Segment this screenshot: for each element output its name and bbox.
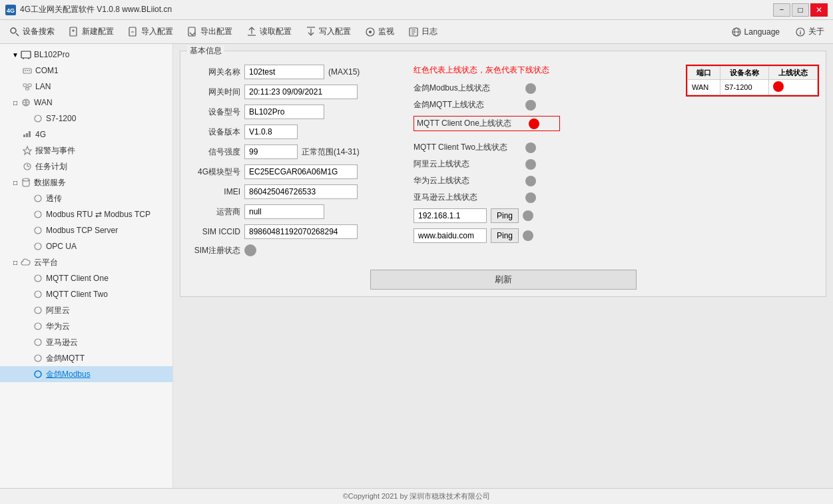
sidebar-item-huawei[interactable]: 华为云 (0, 318, 172, 334)
aliyun-status-label: 阿里云上线状态 (414, 158, 520, 170)
device-version-input[interactable] (244, 125, 298, 139)
sidebar-item-com1[interactable]: COM1 (0, 63, 172, 79)
ping2-button[interactable]: Ping (491, 228, 519, 243)
refresh-button[interactable]: 刷新 (370, 270, 637, 290)
sidebar-item-alarm[interactable]: 报警与事件 (0, 142, 172, 158)
expand-icon-root: ▼ (11, 50, 20, 59)
amazon-icon (32, 336, 44, 348)
titlebar: 4G 4G工业网关配置软件 V1.0.8 www.BLiiot.cn － □ ✕ (0, 0, 833, 20)
device-type-input[interactable] (244, 105, 324, 119)
svg-rect-34 (26, 88, 29, 90)
module-row: 4G模块型号 (187, 164, 400, 179)
opc-ua-icon (32, 240, 44, 252)
gateway-name-max: (MAX15) (328, 67, 360, 77)
sim-iccid-row: SIM ICCID (187, 224, 400, 239)
log-icon (408, 26, 419, 38)
sidebar-item-mqtt-one[interactable]: MQTT Client One (0, 270, 172, 286)
ping1-button[interactable]: Ping (491, 208, 519, 223)
status-hint: 红色代表上线状态，灰色代表下线状态 (414, 65, 673, 76)
status-mqtt-two: MQTT Client Two上线状态 (414, 142, 673, 153)
svg-point-45 (35, 195, 41, 202)
close-button[interactable]: ✕ (810, 3, 828, 17)
sidebar-item-amazon[interactable]: 亚马逊云 (0, 334, 172, 350)
s7-icon (32, 113, 44, 125)
log-button[interactable]: 日志 (402, 23, 443, 41)
sim-iccid-input[interactable] (244, 224, 358, 239)
gateway-name-label: 网关名称 (187, 67, 240, 78)
gateway-time-input[interactable] (244, 85, 358, 99)
svg-point-31 (29, 70, 30, 71)
search-button[interactable]: 设备搜索 (3, 23, 61, 41)
toolbar: 设备搜索 新建配置 导入配置 导出配置 读取配置 写入配置 监视 (0, 20, 833, 44)
sidebar-modbus-rtu-label: Modbus RTU ⇄ Modbus TCP (44, 210, 150, 219)
module-input[interactable] (244, 164, 358, 179)
minimize-button[interactable]: － (773, 3, 790, 17)
sidebar-item-opc-ua[interactable]: OPC UA (0, 238, 172, 254)
operator-input[interactable] (244, 204, 324, 219)
ping1-input[interactable] (414, 208, 487, 223)
app-icon: 4G (5, 5, 16, 15)
sidebar-item-s7-1200[interactable]: S7-1200 (0, 111, 172, 126)
sidebar-item-jinge-modbus[interactable]: 金鸽Modbus (0, 366, 172, 382)
imei-input[interactable] (244, 184, 358, 199)
data-icon (20, 176, 32, 188)
svg-point-29 (25, 70, 26, 71)
sidebar-item-data-service[interactable]: □ 数据服务 (0, 174, 172, 190)
sidebar-item-4g[interactable]: 4G (0, 126, 172, 142)
device-icon (20, 49, 32, 61)
ping2-input[interactable] (414, 228, 487, 243)
signal-row: 信号强度 正常范围(14-31) (187, 144, 400, 159)
operator-row: 运营商 (187, 204, 400, 219)
sidebar-item-jinge-mqtt[interactable]: 金鸽MQTT (0, 350, 172, 366)
sidebar-item-wan[interactable]: □ WAN (0, 95, 172, 111)
device-type-label: 设备型号 (187, 107, 240, 118)
amazon-status-label: 亚马逊云上线状态 (414, 192, 520, 203)
sidebar-item-task[interactable]: 任务计划 (0, 158, 172, 174)
sidebar-item-modbus-rtu[interactable]: Modbus RTU ⇄ Modbus TCP (0, 206, 172, 222)
monitor-icon (364, 26, 376, 38)
monitor-button[interactable]: 监视 (358, 23, 400, 41)
maximize-button[interactable]: □ (792, 3, 809, 17)
sidebar-aliyun-label: 阿里云 (44, 305, 70, 316)
svg-point-40 (35, 115, 41, 122)
sidebar-item-lan[interactable]: LAN (0, 79, 172, 95)
about-button[interactable]: i 关于 (788, 23, 830, 41)
imei-row: IMEI (187, 184, 400, 199)
task-icon (21, 160, 33, 172)
language-button[interactable]: Language (724, 23, 786, 41)
sidebar-item-modbus-tcp[interactable]: Modbus TCP Server (0, 222, 172, 238)
sidebar-opc-ua-label: OPC UA (44, 242, 77, 251)
sidebar-jinge-modbus-label: 金鸽Modbus (44, 369, 91, 380)
svg-point-44 (23, 178, 29, 181)
sidebar-item-transparent[interactable]: 透传 (0, 190, 172, 206)
sidebar-item-aliyun[interactable]: 阿里云 (0, 302, 172, 318)
svg-point-46 (35, 211, 41, 218)
svg-point-48 (35, 243, 41, 250)
titlebar-text: 4G工业网关配置软件 V1.0.8 www.BLiiot.cn (20, 4, 172, 15)
import-config-button[interactable]: 导入配置 (121, 23, 179, 41)
gateway-name-row: 网关名称 (MAX15) (187, 65, 400, 79)
sidebar-item-mqtt-two[interactable]: MQTT Client Two (0, 286, 172, 302)
mqtt-one-dot (529, 119, 539, 129)
mqtt-one-status-label: MQTT Client One上线状态 (417, 118, 523, 129)
read-config-button[interactable]: 读取配置 (240, 23, 298, 41)
aliyun-icon (32, 304, 44, 316)
ping2-dot (523, 230, 533, 241)
gateway-name-input[interactable] (244, 65, 324, 79)
svg-point-2 (11, 28, 16, 33)
sidebar-item-root[interactable]: ▼ BL102Pro (0, 47, 172, 63)
panel-title: 基本信息 (187, 45, 224, 57)
sidebar-lan-label: LAN (33, 82, 51, 91)
mqtt-two-status-label: MQTT Client Two上线状态 (414, 142, 520, 153)
new-config-button[interactable]: 新建配置 (62, 23, 120, 41)
device-version-label: 设备版本 (187, 126, 240, 138)
export-config-button[interactable]: 导出配置 (180, 23, 238, 41)
import-icon (127, 26, 139, 38)
svg-point-51 (35, 307, 41, 314)
sidebar-item-cloud[interactable]: □ 云平台 (0, 254, 172, 270)
signal-input[interactable] (244, 144, 298, 159)
write-config-button[interactable]: 写入配置 (299, 23, 357, 41)
alarm-icon (21, 144, 33, 156)
aliyun-dot (525, 159, 536, 170)
svg-line-3 (16, 33, 19, 36)
